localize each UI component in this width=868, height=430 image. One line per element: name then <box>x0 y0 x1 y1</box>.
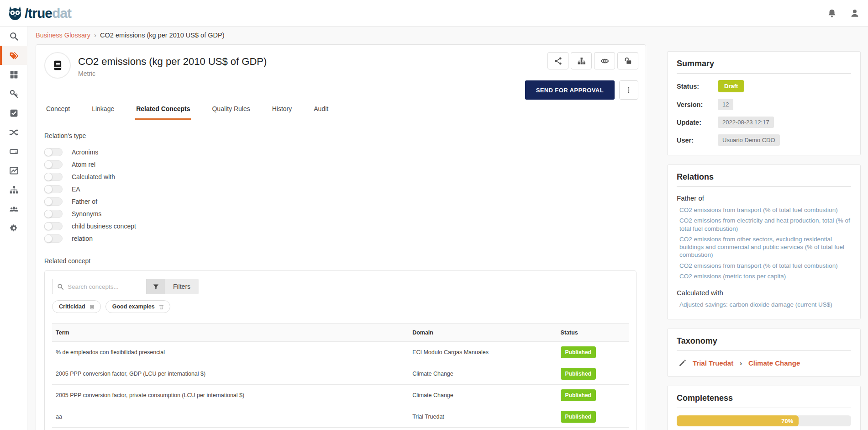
notifications-bell-icon[interactable] <box>827 8 837 18</box>
toggle-switch-child-business-concept[interactable] <box>44 222 63 230</box>
toggle-row-child-business-concept: child business concept <box>44 220 637 232</box>
toggle-switch-synonyms[interactable] <box>44 210 63 218</box>
sitemap-icon <box>577 57 586 65</box>
calculated-with-links: Adjusted savings: carbon dioxide damage … <box>677 299 851 310</box>
toggle-switch-acronims[interactable] <box>44 148 63 156</box>
filter-chip-good-examples[interactable]: Good examples <box>105 300 170 313</box>
toggle-row-ea: EA <box>44 183 637 195</box>
structure-link-button[interactable] <box>571 52 592 69</box>
breadcrumb-separator: › <box>94 31 96 39</box>
table-row[interactable]: 2005 PPP conversion factor, private cons… <box>52 385 629 406</box>
domain-cell: Climate Change <box>409 371 557 377</box>
sidebar-item-search[interactable] <box>0 27 27 46</box>
toggle-switch-father-of[interactable] <box>44 197 63 206</box>
completeness-progress-fill: 70% <box>677 415 799 426</box>
toggle-knob <box>44 210 53 218</box>
toggle-row-relation: relation <box>44 232 637 244</box>
term-cell[interactable]: 2005 PPP conversion factor, private cons… <box>52 392 409 398</box>
table-row[interactable]: aa Trial Truedat Published <box>52 406 629 428</box>
related-concept-list-panel: Filters Criticidad Good examples <box>44 270 637 430</box>
share-button[interactable] <box>547 52 568 69</box>
taxonomy-path: Trial Truedat › Climate Change <box>677 359 851 367</box>
watch-button[interactable] <box>594 52 615 69</box>
send-for-approval-button[interactable]: SEND FOR APPROVAL <box>525 80 615 100</box>
toggle-row-atom-rel: Atom rel <box>44 158 637 170</box>
logo-text: /truedat <box>25 5 71 21</box>
tab-concept[interactable]: Concept <box>45 101 71 120</box>
sitemap-icon <box>9 185 19 195</box>
toggle-switch-atom-rel[interactable] <box>44 160 63 169</box>
filter-funnel-button[interactable] <box>147 279 165 294</box>
more-options-button[interactable] <box>619 80 638 100</box>
table-row[interactable]: % de empleados con flexibilidad presenci… <box>52 342 629 363</box>
related-concept-label: Related concept <box>44 257 637 265</box>
active-filter-chips: Criticidad Good examples <box>52 300 629 313</box>
unlock-button[interactable] <box>617 52 638 69</box>
taxonomy-link-domain[interactable]: Climate Change <box>748 359 800 367</box>
user-avatar-icon[interactable] <box>850 8 860 18</box>
sidebar-item-glossary[interactable] <box>0 46 27 65</box>
breadcrumb-current: CO2 emissions (kg per 2010 US$ of GDP) <box>100 32 224 39</box>
table-row[interactable]: 2005 PPP conversion factor, GDP (LCU per… <box>52 363 629 385</box>
sidebar-item-groups[interactable] <box>0 199 27 218</box>
status-badge: Published <box>561 346 596 358</box>
truedat-logo[interactable]: /truedat <box>0 5 71 22</box>
term-cell[interactable]: % de empleados con flexibilidad presenci… <box>52 349 409 356</box>
tab-quality-rules[interactable]: Quality Rules <box>211 101 251 120</box>
toggle-switch-calculated-with[interactable] <box>44 173 63 181</box>
relation-link[interactable]: CO2 emissions (metric tons per capita) <box>677 271 851 281</box>
sidebar-item-lineage[interactable] <box>0 122 27 142</box>
sidebar-item-structures[interactable] <box>0 180 27 199</box>
column-header-domain: Domain <box>409 329 557 336</box>
relation-link[interactable]: CO2 emissions from transport (% of total… <box>677 205 851 215</box>
sidebar-item-dashboards[interactable] <box>0 161 27 180</box>
concept-type-avatar <box>44 52 71 79</box>
taxonomy-title: Taxonomy <box>677 336 851 351</box>
search-concepts-input[interactable] <box>68 283 142 290</box>
trash-icon[interactable] <box>158 304 164 310</box>
taxonomy-link-parent[interactable]: Trial Truedat <box>693 359 733 367</box>
funnel-icon <box>153 283 159 290</box>
sidebar-item-quality[interactable] <box>0 103 27 122</box>
toggle-label: EA <box>72 186 80 193</box>
term-cell[interactable]: 2005 PPP conversion factor, GDP (LCU per… <box>52 371 409 377</box>
completeness-progress-track: 70% <box>677 415 851 426</box>
toggle-switch-relation[interactable] <box>44 234 63 243</box>
owl-logo-icon <box>6 5 24 22</box>
filters-button[interactable]: Filters <box>165 279 199 294</box>
unlock-icon <box>624 57 632 65</box>
pencil-edit-icon[interactable] <box>679 359 686 367</box>
column-header-term: Term <box>52 329 409 336</box>
toggle-row-father-of: Father of <box>44 195 637 207</box>
book-icon <box>52 59 63 71</box>
summary-version-row: Version: 12 <box>677 99 851 110</box>
sidebar-item-settings[interactable] <box>0 218 27 238</box>
tab-audit[interactable]: Audit <box>313 101 329 120</box>
concept-card: CO2 emissions (kg per 2010 US$ of GDP) M… <box>36 44 646 430</box>
term-cell[interactable]: aa <box>52 414 409 420</box>
status-badge: Published <box>561 411 596 423</box>
completeness-card: Completeness 70% Missing required fields… <box>667 386 861 430</box>
version-badge: 12 <box>718 99 733 110</box>
toggle-label: child business concept <box>72 223 136 230</box>
sidebar-item-modules[interactable] <box>0 65 27 84</box>
tab-history[interactable]: History <box>271 101 293 120</box>
toggle-switch-ea[interactable] <box>44 185 63 193</box>
relation-link[interactable]: Adjusted savings: carbon dioxide damage … <box>677 299 851 310</box>
truedat-app: /truedat <box>0 0 868 430</box>
relation-link[interactable]: CO2 emissions from transport (% of total… <box>677 260 851 271</box>
key-icon <box>9 89 19 99</box>
filter-chip-criticidad[interactable]: Criticidad <box>52 300 101 313</box>
summary-user-row: User: Usuario Demo CDO <box>677 134 851 146</box>
toggle-knob <box>44 197 53 206</box>
relation-link[interactable]: CO2 emissions from other sectors, exclud… <box>677 234 851 260</box>
relation-link[interactable]: CO2 emissions from electricity and heat … <box>677 215 851 234</box>
completeness-percent-label: 70% <box>781 418 799 425</box>
trash-icon[interactable] <box>89 304 95 310</box>
sidebar-item-permissions[interactable] <box>0 84 27 103</box>
relations-group-father-of: Father of <box>677 194 851 202</box>
breadcrumb-business-glossary-link[interactable]: Business Glossary <box>36 32 90 39</box>
sidebar-item-data-sources[interactable] <box>0 142 27 161</box>
tab-linkage[interactable]: Linkage <box>91 101 115 120</box>
tab-related-concepts[interactable]: Related Concepts <box>135 101 191 120</box>
